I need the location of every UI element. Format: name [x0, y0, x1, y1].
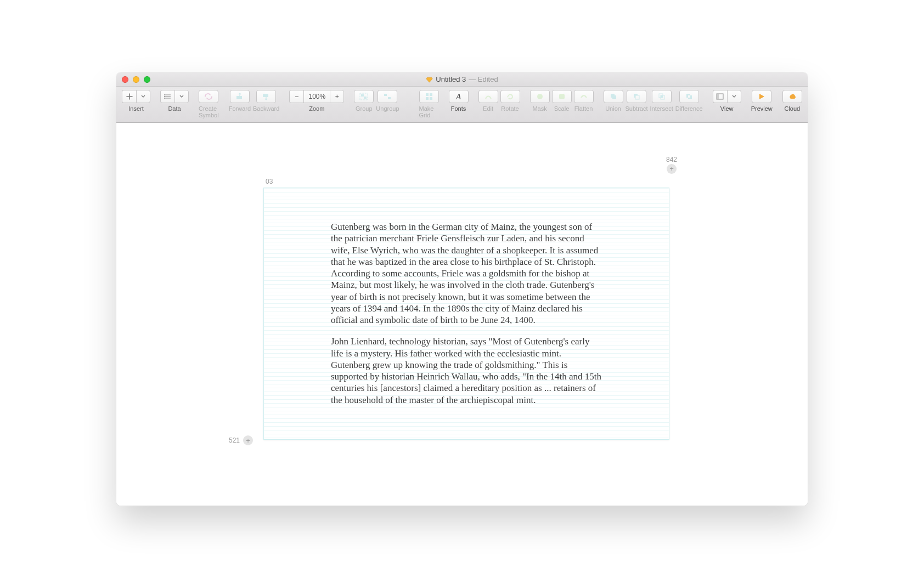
tool-rotate: Rotate: [500, 90, 520, 112]
svg-point-17: [581, 96, 582, 97]
svg-point-15: [537, 94, 543, 99]
plus-icon[interactable]: +: [243, 435, 253, 445]
create-symbol-label: Create Symbol: [199, 105, 219, 118]
plus-icon[interactable]: +: [667, 164, 677, 174]
ruler-hint-bottom-left: 521 +: [229, 435, 253, 445]
tool-subtract: Subtract: [626, 90, 648, 112]
tool-flatten: Flatten: [574, 90, 594, 112]
insert-label: Insert: [128, 105, 144, 112]
paragraph: Gutenberg was born in the German city of…: [331, 221, 602, 326]
view-button[interactable]: [713, 90, 727, 103]
difference-button[interactable]: [679, 90, 699, 103]
view-dropdown[interactable]: [727, 90, 741, 103]
create-symbol-button[interactable]: [199, 90, 218, 103]
tool-edit: Edit: [478, 90, 498, 112]
zoom-in-button[interactable]: +: [330, 90, 344, 103]
cloud-button[interactable]: [782, 90, 802, 103]
canvas[interactable]: 03 842 + Gutenberg was born in the Germa…: [116, 123, 808, 506]
insert-button[interactable]: [122, 90, 136, 103]
tool-group: Group: [354, 90, 374, 112]
svg-rect-24: [661, 95, 663, 98]
svg-rect-8: [364, 97, 367, 99]
data-dropdown[interactable]: [174, 90, 189, 103]
fonts-label: Fonts: [451, 105, 466, 112]
hint-right-value: 842: [666, 156, 677, 163]
tool-zoom: − 100% + Zoom: [289, 90, 344, 112]
difference-label: Difference: [675, 105, 703, 112]
scale-label: Scale: [554, 105, 570, 112]
make-grid-button[interactable]: [419, 90, 439, 103]
svg-rect-20: [612, 95, 616, 99]
view-label: View: [720, 105, 734, 112]
tool-difference: Difference: [675, 90, 703, 112]
window-edited-label: — Edited: [469, 75, 498, 83]
svg-rect-5: [263, 94, 268, 97]
tool-fonts: A Fonts: [449, 90, 469, 112]
scale-button[interactable]: [552, 90, 572, 103]
svg-rect-21: [635, 95, 639, 99]
fonts-button[interactable]: A: [449, 90, 469, 103]
data-label: Data: [168, 105, 181, 112]
make-grid-label: Make Grid: [419, 105, 439, 118]
ruler-hint-right: 842 +: [666, 156, 677, 174]
svg-rect-4: [236, 96, 242, 99]
artboard-label[interactable]: 03: [266, 178, 273, 185]
tool-insert: Insert: [122, 90, 150, 112]
artboard[interactable]: Gutenberg was born in the German city of…: [263, 188, 669, 440]
zoom-label: Zoom: [309, 105, 324, 112]
tool-view: View: [713, 90, 741, 112]
ungroup-button[interactable]: [378, 90, 397, 103]
svg-rect-10: [388, 97, 391, 99]
svg-point-18: [584, 96, 585, 97]
tool-scale: Scale: [552, 90, 572, 112]
data-button[interactable]: [160, 90, 174, 103]
zoom-out-button[interactable]: −: [289, 90, 303, 103]
svg-rect-9: [384, 94, 387, 96]
tool-create-symbol: Create Symbol: [199, 90, 219, 118]
app-window: Untitled 3 — Edited Insert: [116, 72, 808, 506]
tool-forward: Forward: [229, 90, 251, 112]
tool-preview: Preview: [751, 90, 773, 112]
titlebar: Untitled 3 — Edited: [116, 72, 808, 87]
tool-backward: Backward: [253, 90, 279, 112]
text-block[interactable]: Gutenberg was born in the German city of…: [331, 221, 602, 416]
tool-make-grid: Make Grid: [419, 90, 439, 118]
svg-rect-13: [426, 97, 429, 100]
intersect-label: Intersect: [650, 105, 673, 112]
mask-label: Mask: [532, 105, 546, 112]
backward-label: Backward: [253, 105, 279, 112]
tool-data: Data: [160, 90, 189, 112]
svg-rect-26: [717, 94, 719, 99]
cloud-label: Cloud: [784, 105, 800, 112]
tool-cloud: Cloud: [782, 90, 802, 112]
edit-button[interactable]: [478, 90, 498, 103]
rotate-button[interactable]: [500, 90, 520, 103]
svg-point-1: [164, 94, 165, 95]
forward-button[interactable]: [230, 90, 250, 103]
intersect-button[interactable]: [652, 90, 672, 103]
backward-button[interactable]: [256, 90, 276, 103]
svg-rect-7: [361, 94, 364, 97]
svg-point-2: [164, 96, 165, 97]
insert-dropdown[interactable]: [136, 90, 150, 103]
mask-button[interactable]: [530, 90, 550, 103]
tool-intersect: Intersect: [650, 90, 673, 112]
paragraph: John Lienhard, technology historian, say…: [331, 336, 602, 406]
zoom-value[interactable]: 100%: [303, 90, 330, 103]
svg-rect-12: [430, 93, 432, 96]
tool-union: Union: [604, 90, 623, 112]
subtract-label: Subtract: [626, 105, 648, 112]
window-title-wrap: Untitled 3 — Edited: [116, 75, 808, 83]
tool-ungroup: Ungroup: [376, 90, 399, 112]
svg-rect-11: [426, 93, 429, 96]
preview-button[interactable]: [752, 90, 771, 103]
hint-bl-value: 521: [229, 437, 240, 444]
union-button[interactable]: [604, 90, 623, 103]
flatten-button[interactable]: [574, 90, 594, 103]
subtract-button[interactable]: [627, 90, 646, 103]
group-button[interactable]: [354, 90, 374, 103]
svg-marker-0: [426, 77, 432, 82]
preview-label: Preview: [751, 105, 773, 112]
window-title: Untitled 3: [436, 75, 466, 83]
edit-label: Edit: [483, 105, 493, 112]
